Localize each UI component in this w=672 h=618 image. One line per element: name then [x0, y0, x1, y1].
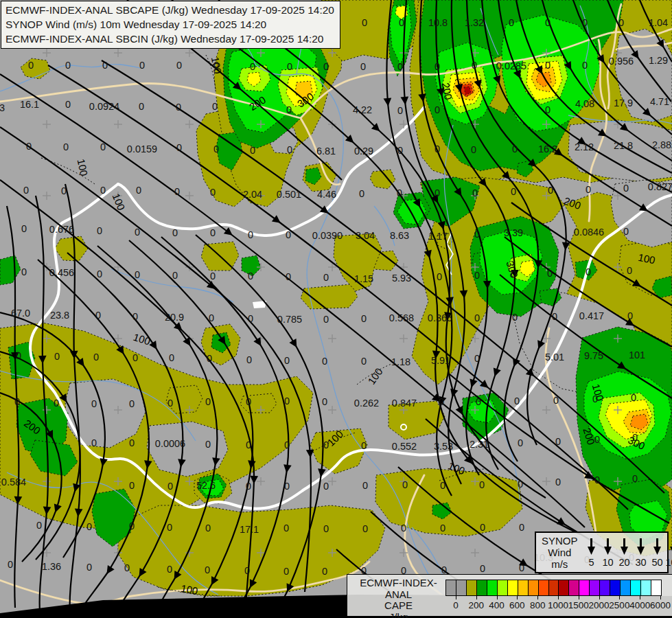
- station-value: 2.12: [575, 141, 594, 152]
- colorbar-tick-label: 4000: [629, 600, 650, 610]
- station-value: 0: [65, 60, 71, 71]
- station-value: 0: [36, 520, 42, 531]
- station-value: 0: [167, 522, 172, 533]
- station-value: 0.956: [609, 56, 634, 67]
- station-value: 0: [582, 60, 588, 71]
- station-value: 9.75: [584, 350, 603, 361]
- station-value: 0: [361, 313, 367, 324]
- colorbar-tick: [476, 595, 477, 599]
- wind-legend-param: Wind: [542, 547, 578, 558]
- wind-arrow-icon: [652, 537, 662, 556]
- cape-field-shape: [147, 422, 228, 477]
- station-value: 4.71: [650, 96, 669, 107]
- station-value: 0: [95, 310, 101, 321]
- wind-speed-column: 100: [666, 537, 672, 568]
- station-value: 0: [435, 187, 440, 198]
- colorbar-tick: [619, 595, 620, 599]
- station-value: 0: [512, 144, 518, 154]
- station-value: 2.31: [470, 439, 489, 450]
- weather-map: 1001001002003002001002002003001001002003…: [0, 0, 672, 618]
- station-value: 0: [21, 266, 27, 277]
- station-value: 0: [26, 141, 32, 152]
- wind-arrow-icon: [603, 537, 613, 556]
- colorbar-cell: [579, 580, 589, 595]
- colorbar-cell: [589, 580, 599, 595]
- wind-legend-text: SYNOP Wind m/s: [542, 535, 578, 570]
- station-value: 0: [286, 271, 291, 282]
- wind-legend-unit: m/s: [542, 558, 578, 570]
- station-value: 0: [627, 265, 632, 276]
- cape-legend-text: ECMWF-INDEX-ANAL CAPE J/kg: [351, 577, 445, 618]
- wind-speed-column: 50: [649, 537, 666, 568]
- station-value: 1.04: [649, 17, 668, 28]
- wind-speed-label: 30: [633, 557, 649, 568]
- station-value: 0: [283, 566, 289, 577]
- colorbar-cell: [518, 580, 528, 595]
- station-value: 0.0006: [155, 438, 185, 449]
- station-value: 0: [518, 479, 523, 490]
- wind-legend-scale: 510203050100: [583, 537, 672, 568]
- station-value: 0: [284, 396, 290, 407]
- station-value: 0: [439, 396, 444, 407]
- station-value: 0: [176, 60, 182, 71]
- station-value: 0.0390: [312, 230, 343, 241]
- title-sbcape: ECMWF-INDEX-ANAL SBCAPE (J/kg) Wednesday…: [5, 3, 334, 17]
- station-value: 0: [167, 481, 173, 492]
- station-value: 0: [323, 61, 329, 72]
- station-value: 0.456: [49, 267, 74, 278]
- station-value: 0: [552, 311, 557, 322]
- colorbar-tick: [537, 595, 538, 599]
- station-value: 0: [54, 351, 60, 362]
- station-value: 0: [545, 104, 551, 115]
- station-value: 0: [479, 479, 485, 490]
- station-value: 0: [287, 61, 292, 72]
- station-value: 0.262: [354, 398, 379, 409]
- station-value: 0: [284, 355, 290, 366]
- station-value: 0: [176, 102, 181, 113]
- station-value: 0: [91, 437, 97, 448]
- station-value: 0.0924: [89, 101, 119, 112]
- station-value: 0: [286, 104, 292, 115]
- colorbar-tick-label: 0: [453, 600, 459, 610]
- wind-speed-label: 100: [666, 557, 672, 568]
- map-title-box: ECMWF-INDEX-ANAL SBCAPE (J/kg) Wednesday…: [1, 1, 340, 49]
- cape-legend-source: ECMWF-INDEX-ANAL: [351, 577, 445, 600]
- station-value: 0: [323, 272, 329, 283]
- station-value: 1.17: [428, 231, 448, 242]
- station-value: 0: [361, 356, 367, 367]
- station-value: 0: [205, 523, 211, 534]
- station-value: 0: [618, 17, 624, 28]
- wind-arrow-icon: [586, 537, 596, 556]
- station-value: 0: [362, 480, 368, 491]
- colorbar-cell: [538, 580, 548, 595]
- wind-speed-column: 10: [600, 537, 616, 568]
- station-value: 0: [246, 439, 251, 450]
- station-value: 0: [632, 473, 638, 484]
- station-value: 0: [284, 439, 290, 450]
- station-value: 0: [100, 141, 106, 152]
- station-value: 3.53: [434, 441, 453, 452]
- station-value: 0: [623, 183, 629, 194]
- wind-arrow-icon: [669, 537, 672, 556]
- wind-legend-source: SYNOP: [542, 535, 578, 547]
- colorbar-cell: [528, 580, 538, 595]
- station-value: 0: [397, 145, 403, 156]
- station-value: 4.22: [353, 104, 372, 115]
- colorbar-tick: [456, 595, 456, 599]
- colorbar-tick: [558, 595, 559, 599]
- cape-legend: ECMWF-INDEX-ANAL CAPE J/kg 0200400600800…: [347, 574, 672, 617]
- colorbar-tick: [660, 595, 661, 599]
- station-value: 0: [435, 144, 440, 154]
- station-value: 0: [435, 104, 440, 115]
- station-value: 3.04: [356, 230, 375, 241]
- station-value: 0: [129, 398, 135, 409]
- station-value: 5.93: [392, 273, 411, 284]
- colorbar-cell: [507, 580, 518, 595]
- station-value: 1.29: [649, 55, 668, 66]
- station-value: 0: [627, 310, 633, 321]
- station-value: 0: [244, 565, 250, 576]
- station-value: 4.08: [575, 98, 594, 109]
- station-value: 0.0285: [496, 60, 526, 71]
- station-value: 0: [172, 270, 178, 281]
- colorbar-cell: [620, 580, 630, 595]
